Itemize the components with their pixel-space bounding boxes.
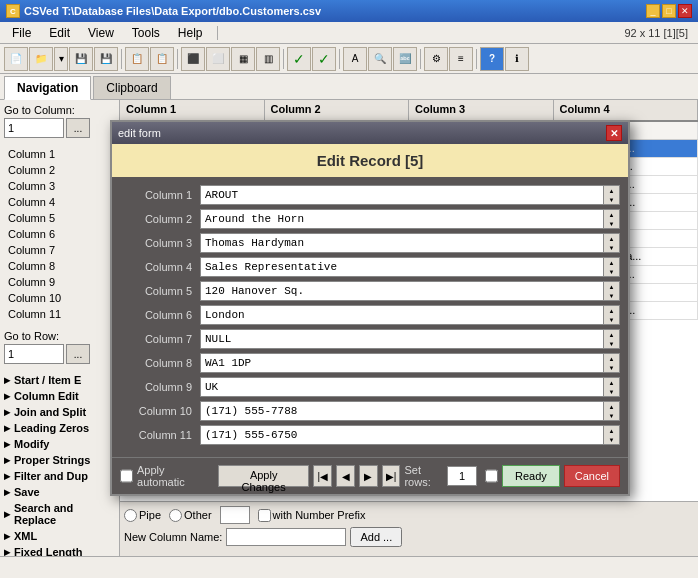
- field-input-6[interactable]: [200, 305, 604, 325]
- field-spinner-9[interactable]: ▲ ▼: [604, 377, 620, 397]
- spinner-up-9[interactable]: ▲: [604, 378, 619, 387]
- field-row-5: Column 5 ▲ ▼: [120, 281, 620, 301]
- field-row-10: Column 10 ▲ ▼: [120, 401, 620, 421]
- field-row-7: Column 7 ▲ ▼: [120, 329, 620, 349]
- field-row-3: Column 3 ▲ ▼: [120, 233, 620, 253]
- field-input-11[interactable]: [200, 425, 604, 445]
- field-label-9: Column 9: [120, 381, 200, 393]
- ready-btn[interactable]: Ready: [502, 465, 560, 487]
- field-input-5[interactable]: [200, 281, 604, 301]
- field-spinner-4[interactable]: ▲ ▼: [604, 257, 620, 277]
- field-wrap-1: ▲ ▼: [200, 185, 620, 205]
- spinner-up-7[interactable]: ▲: [604, 330, 619, 339]
- set-rows-label: Set rows:: [404, 464, 445, 488]
- apply-auto-label: Apply automatic: [137, 464, 210, 488]
- apply-changes-btn[interactable]: Apply Changes: [218, 465, 309, 487]
- field-wrap-5: ▲ ▼: [200, 281, 620, 301]
- dialog-close-btn[interactable]: ✕: [606, 125, 622, 141]
- dialog-body: Column 1 ▲ ▼ Column 2 ▲: [112, 177, 628, 457]
- field-row-6: Column 6 ▲ ▼: [120, 305, 620, 325]
- field-label-6: Column 6: [120, 309, 200, 321]
- field-spinner-8[interactable]: ▲ ▼: [604, 353, 620, 373]
- field-spinner-3[interactable]: ▲ ▼: [604, 233, 620, 253]
- set-rows-wrap: Set rows:: [404, 464, 477, 488]
- field-wrap-11: ▲ ▼: [200, 425, 620, 445]
- dialog-header-text: Edit Record [5]: [317, 152, 424, 169]
- spinner-up-10[interactable]: ▲: [604, 402, 619, 411]
- spinner-up-2[interactable]: ▲: [604, 210, 619, 219]
- field-spinner-7[interactable]: ▲ ▼: [604, 329, 620, 349]
- field-input-2[interactable]: [200, 209, 604, 229]
- field-input-1[interactable]: [200, 185, 604, 205]
- field-spinner-11[interactable]: ▲ ▼: [604, 425, 620, 445]
- spinner-up-5[interactable]: ▲: [604, 282, 619, 291]
- field-row-1: Column 1 ▲ ▼: [120, 185, 620, 205]
- field-label-10: Column 10: [120, 405, 200, 417]
- field-label-4: Column 4: [120, 261, 200, 273]
- edit-dialog: edit form ✕ Edit Record [5] Column 1 ▲: [110, 120, 630, 496]
- spinner-down-10[interactable]: ▼: [604, 411, 619, 420]
- spinner-down-5[interactable]: ▼: [604, 291, 619, 300]
- cancel-btn[interactable]: Cancel: [564, 465, 620, 487]
- spinner-up-8[interactable]: ▲: [604, 354, 619, 363]
- spinner-down-2[interactable]: ▼: [604, 219, 619, 228]
- field-wrap-7: ▲ ▼: [200, 329, 620, 349]
- field-input-10[interactable]: [200, 401, 604, 421]
- spinner-up-11[interactable]: ▲: [604, 426, 619, 435]
- apply-auto-checkbox[interactable]: [120, 469, 133, 483]
- field-label-8: Column 8: [120, 357, 200, 369]
- spinner-up-1[interactable]: ▲: [604, 186, 619, 195]
- spinner-down-4[interactable]: ▼: [604, 267, 619, 276]
- field-spinner-6[interactable]: ▲ ▼: [604, 305, 620, 325]
- dialog-title-bar: edit form ✕: [112, 122, 628, 144]
- dialog-footer: Apply automatic Apply Changes |◀ ◀ ▶ ▶| …: [112, 457, 628, 494]
- spinner-up-4[interactable]: ▲: [604, 258, 619, 267]
- nav-last-btn[interactable]: ▶|: [382, 465, 401, 487]
- field-row-2: Column 2 ▲ ▼: [120, 209, 620, 229]
- spinner-down-7[interactable]: ▼: [604, 339, 619, 348]
- dialog-title: edit form: [118, 127, 161, 139]
- field-label-3: Column 3: [120, 237, 200, 249]
- field-row-4: Column 4 ▲ ▼: [120, 257, 620, 277]
- field-wrap-2: ▲ ▼: [200, 209, 620, 229]
- field-label-7: Column 7: [120, 333, 200, 345]
- spinner-down-6[interactable]: ▼: [604, 315, 619, 324]
- field-input-8[interactable]: [200, 353, 604, 373]
- field-label-1: Column 1: [120, 189, 200, 201]
- nav-first-btn[interactable]: |◀: [313, 465, 332, 487]
- spinner-down-1[interactable]: ▼: [604, 195, 619, 204]
- field-wrap-9: ▲ ▼: [200, 377, 620, 397]
- field-wrap-3: ▲ ▼: [200, 233, 620, 253]
- spinner-up-3[interactable]: ▲: [604, 234, 619, 243]
- field-wrap-4: ▲ ▼: [200, 257, 620, 277]
- field-label-2: Column 2: [120, 213, 200, 225]
- spinner-down-8[interactable]: ▼: [604, 363, 619, 372]
- dialog-overlay: edit form ✕ Edit Record [5] Column 1 ▲: [0, 0, 698, 578]
- field-input-9[interactable]: [200, 377, 604, 397]
- field-wrap-8: ▲ ▼: [200, 353, 620, 373]
- field-row-11: Column 11 ▲ ▼: [120, 425, 620, 445]
- field-spinner-5[interactable]: ▲ ▼: [604, 281, 620, 301]
- field-spinner-10[interactable]: ▲ ▼: [604, 401, 620, 421]
- field-spinner-1[interactable]: ▲ ▼: [604, 185, 620, 205]
- field-wrap-10: ▲ ▼: [200, 401, 620, 421]
- field-row-8: Column 8 ▲ ▼: [120, 353, 620, 373]
- field-label-11: Column 11: [120, 429, 200, 441]
- field-spinner-2[interactable]: ▲ ▼: [604, 209, 620, 229]
- field-input-4[interactable]: [200, 257, 604, 277]
- spinner-down-3[interactable]: ▼: [604, 243, 619, 252]
- nav-next-btn[interactable]: ▶: [359, 465, 378, 487]
- dialog-header: Edit Record [5]: [112, 144, 628, 177]
- field-label-5: Column 5: [120, 285, 200, 297]
- spinner-down-11[interactable]: ▼: [604, 435, 619, 444]
- field-wrap-6: ▲ ▼: [200, 305, 620, 325]
- field-input-3[interactable]: [200, 233, 604, 253]
- ready-checkbox[interactable]: [485, 469, 498, 483]
- set-rows-input[interactable]: [447, 466, 477, 486]
- field-row-9: Column 9 ▲ ▼: [120, 377, 620, 397]
- spinner-up-6[interactable]: ▲: [604, 306, 619, 315]
- spinner-down-9[interactable]: ▼: [604, 387, 619, 396]
- nav-prev-btn[interactable]: ◀: [336, 465, 355, 487]
- field-input-7[interactable]: [200, 329, 604, 349]
